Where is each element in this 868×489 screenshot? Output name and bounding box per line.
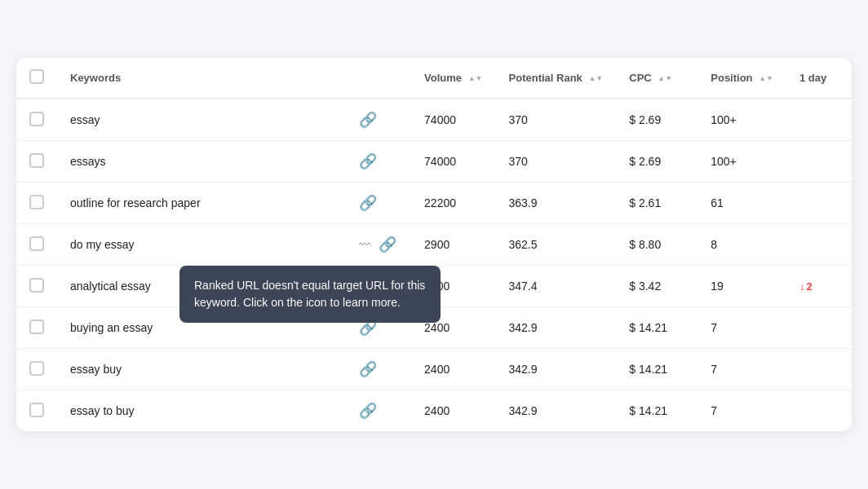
link-icon[interactable]: 🔗 [359, 360, 377, 378]
keyword-text: essays [70, 155, 106, 168]
cpc-cell: $ 3.42 [616, 266, 698, 307]
header-cpc[interactable]: CPC ▲▼ [616, 58, 698, 99]
table-header: Keywords Volume ▲▼ Potential Rank ▲▼ CPC… [16, 58, 852, 99]
day-cell [786, 183, 852, 224]
cpc-cell: $ 14.21 [616, 349, 698, 390]
row-checkbox[interactable] [29, 195, 44, 209]
header-potential-rank[interactable]: Potential Rank ▲▼ [496, 58, 617, 99]
potential-rank-cell: 363.9 [496, 183, 617, 224]
sort-volume-icon: ▲▼ [468, 75, 483, 82]
keyword-text: essay to buy [70, 404, 135, 417]
table-row: essay to buy🔗2400342.9$ 14.217 [16, 390, 852, 432]
day-cell [786, 141, 852, 183]
row-checkbox[interactable] [29, 236, 44, 251]
position-cell: 8 [698, 224, 786, 266]
keyword-cell: essay to buy [57, 390, 346, 432]
keyword-cell: essay [57, 99, 346, 141]
keyword-cell: essays [57, 141, 346, 183]
position-cell: 100+ [698, 99, 786, 141]
keyword-cell: do my essay [57, 224, 346, 266]
volume-cell: 2900 [411, 224, 495, 266]
potential-rank-cell: 342.9 [496, 307, 617, 349]
link-icon[interactable]: 🔗 [359, 402, 377, 420]
day-cell [786, 307, 852, 349]
volume-cell: 22200 [411, 183, 495, 224]
volume-cell: 2400 [411, 307, 495, 349]
link-icon[interactable]: 🔗 [359, 194, 377, 212]
link-icon[interactable]: 🔗 [359, 152, 377, 170]
link-icon[interactable]: 🔗 [379, 236, 396, 253]
row-checkbox[interactable] [29, 278, 44, 293]
position-cell: 7 [698, 307, 786, 349]
keyword-cell: buying an essay [57, 307, 346, 349]
day-cell [786, 349, 852, 390]
cpc-cell: $ 2.61 [616, 183, 698, 224]
potential-rank-cell: 342.9 [496, 390, 617, 432]
potential-rank-cell: 370 [496, 99, 617, 141]
day-cell [786, 224, 852, 266]
link-icon[interactable]: 🔗 [359, 277, 377, 295]
day-badge-down: ↓2 [799, 280, 839, 293]
table-row: buying an essay🔗2400342.9$ 14.217 [16, 307, 852, 349]
position-cell: 19 [698, 266, 786, 307]
cpc-cell: $ 14.21 [616, 390, 698, 432]
position-cell: 7 [698, 349, 786, 390]
keyword-cell: analytical essay [57, 266, 346, 307]
header-day[interactable]: 1 day [786, 58, 852, 99]
table-row: outline for research paper🔗22200363.9$ 2… [16, 183, 852, 224]
keyword-cell: outline for research paper [57, 183, 346, 224]
keyword-text: do my essay [70, 238, 135, 251]
position-cell: 100+ [698, 141, 786, 183]
volume-cell: 2400 [411, 390, 495, 432]
volume-cell: 74000 [411, 141, 495, 183]
cpc-cell: $ 2.69 [616, 141, 698, 183]
header-check[interactable] [16, 58, 57, 99]
row-checkbox[interactable] [29, 319, 44, 334]
sort-cpc-icon: ▲▼ [658, 75, 672, 82]
cpc-cell: $ 2.69 [616, 99, 698, 141]
keywords-table: Keywords Volume ▲▼ Potential Rank ▲▼ CPC… [16, 58, 852, 431]
keyword-text: buying an essay [70, 321, 153, 334]
potential-rank-cell: 347.4 [496, 266, 617, 307]
keyword-text: essay buy [70, 363, 122, 376]
table-row: essay🔗74000370$ 2.69100+ [16, 99, 852, 141]
header-icons [346, 58, 411, 99]
link-icon[interactable]: 🔗 [359, 319, 377, 337]
trend-icon[interactable]: 〰 [359, 238, 370, 251]
row-checkbox[interactable] [29, 361, 44, 376]
sort-position-icon: ▲▼ [759, 75, 773, 82]
potential-rank-cell: 342.9 [496, 349, 617, 390]
row-checkbox[interactable] [29, 153, 44, 168]
select-all-checkbox[interactable] [29, 69, 44, 84]
cpc-cell: $ 14.21 [616, 307, 698, 349]
volume-cell: 74000 [411, 99, 495, 141]
keyword-text: outline for research paper [70, 196, 201, 209]
header-position[interactable]: Position ▲▼ [698, 58, 786, 99]
header-keywords[interactable]: Keywords [57, 58, 346, 99]
day-cell: ↓2 [786, 266, 852, 307]
link-icon[interactable]: 🔗 [359, 111, 377, 129]
keyword-cell: essay buy [57, 349, 346, 390]
cpc-cell: $ 8.80 [616, 224, 698, 266]
volume-cell: 2500 [411, 266, 495, 307]
table-row: analytical essay🔗2500347.4$ 3.4219↓2Rank… [16, 266, 852, 307]
table-row: essay buy🔗2400342.9$ 14.217 [16, 349, 852, 390]
table-row: essays🔗74000370$ 2.69100+ [16, 141, 852, 183]
down-arrow-icon: ↓ [799, 280, 805, 293]
day-cell [786, 99, 852, 141]
row-checkbox[interactable] [29, 403, 44, 417]
row-checkbox[interactable] [29, 112, 44, 126]
position-cell: 61 [698, 183, 786, 224]
header-volume[interactable]: Volume ▲▼ [411, 58, 495, 99]
table-row: do my essay〰🔗2900362.5$ 8.808 [16, 224, 852, 266]
keyword-text: analytical essay [70, 280, 151, 293]
position-cell: 7 [698, 390, 786, 432]
potential-rank-cell: 362.5 [496, 224, 617, 266]
day-cell [786, 390, 852, 432]
potential-rank-cell: 370 [496, 141, 617, 183]
volume-cell: 2400 [411, 349, 495, 390]
keyword-text: essay [70, 113, 100, 126]
sort-potential-icon: ▲▼ [588, 75, 603, 82]
